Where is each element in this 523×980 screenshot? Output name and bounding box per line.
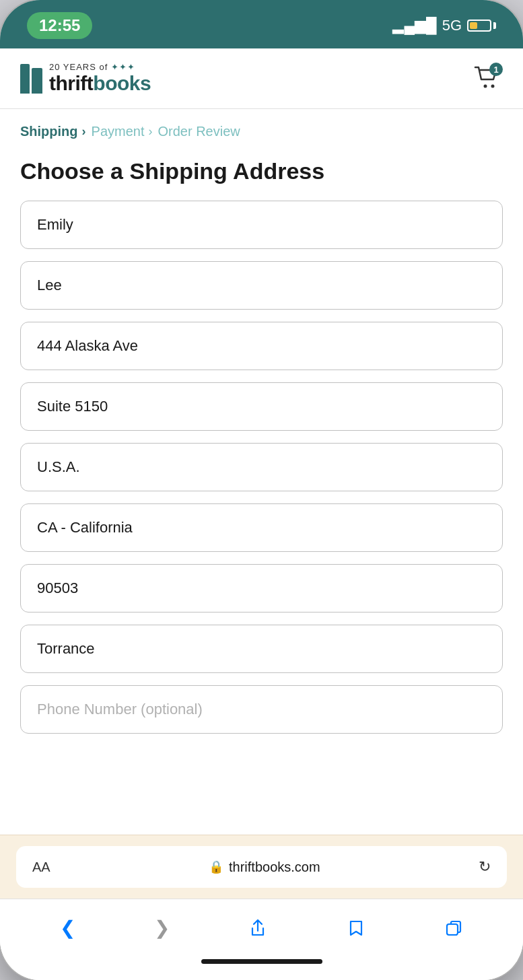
page-title: Choose a Shipping Address [0,146,523,201]
address1-field [20,322,503,370]
svg-rect-2 [447,924,458,935]
status-bar: 12:55 ▂▄▆█ 5G [0,0,523,48]
zip-field [20,564,503,612]
city-input[interactable] [20,625,503,673]
share-button[interactable] [235,913,281,943]
tabs-button[interactable] [431,913,477,943]
state-field [20,503,503,552]
forward-button[interactable]: ❯ [141,911,183,944]
browser-aa[interactable]: AA [32,860,50,875]
network-type: 5G [442,17,462,34]
address2-field [20,382,503,431]
address2-input[interactable] [20,382,503,431]
phone-field [20,685,503,734]
browser-bar-inner[interactable]: AA 🔒 thriftbooks.com ↻ [16,846,507,888]
form-area [0,201,523,835]
bookmarks-button[interactable] [333,913,379,943]
home-bar [201,959,322,964]
browser-bar: AA 🔒 thriftbooks.com ↻ [0,835,523,899]
breadcrumb-payment[interactable]: Payment › [92,124,153,139]
back-button[interactable]: ❮ [46,911,89,944]
address1-input[interactable] [20,322,503,370]
logo-name: thriftbooks [49,72,151,95]
chevron-icon-1: › [82,125,86,139]
phone-shell: 12:55 ▂▄▆█ 5G 20 YEARS of [0,0,523,980]
logo-text-area: 20 YEARS of ✦✦✦ thriftbooks [49,62,151,95]
phone-input[interactable] [20,685,503,734]
last-name-field [20,261,503,310]
last-name-input[interactable] [20,261,503,310]
cart-badge: 1 [489,63,503,76]
svg-point-1 [491,85,495,88]
status-icons: ▂▄▆█ 5G [392,17,496,34]
state-input[interactable] [20,503,503,552]
browser-url[interactable]: thriftbooks.com [229,860,320,875]
country-input[interactable] [20,443,503,491]
breadcrumb-order-review[interactable]: Order Review [158,124,240,139]
logo-icon [20,64,42,94]
browser-url-area: 🔒 thriftbooks.com [57,860,472,875]
first-name-input[interactable] [20,201,503,249]
signal-icon: ▂▄▆█ [392,17,436,34]
breadcrumb-shipping[interactable]: Shipping › [20,124,86,139]
header: 20 YEARS of ✦✦✦ thriftbooks 1 [0,48,523,109]
lock-icon: 🔒 [209,860,223,874]
country-field [20,443,503,491]
city-field [20,625,503,673]
breadcrumb: Shipping › Payment › Order Review [0,109,523,146]
home-indicator [0,951,523,980]
phone-content: 20 YEARS of ✦✦✦ thriftbooks 1 [0,48,523,980]
logo-area: 20 YEARS of ✦✦✦ thriftbooks [20,62,151,95]
status-time: 12:55 [27,12,92,39]
svg-point-0 [484,85,487,88]
logo-tagline: 20 YEARS of ✦✦✦ [49,62,151,72]
first-name-field [20,201,503,249]
stars-icon: ✦✦✦ [111,62,135,72]
chevron-icon-2: › [148,125,152,139]
refresh-icon[interactable]: ↻ [479,858,491,876]
nav-bar: ❮ ❯ [0,899,523,951]
zip-input[interactable] [20,564,503,612]
battery-icon [467,20,496,32]
cart-button[interactable]: 1 [470,63,503,94]
